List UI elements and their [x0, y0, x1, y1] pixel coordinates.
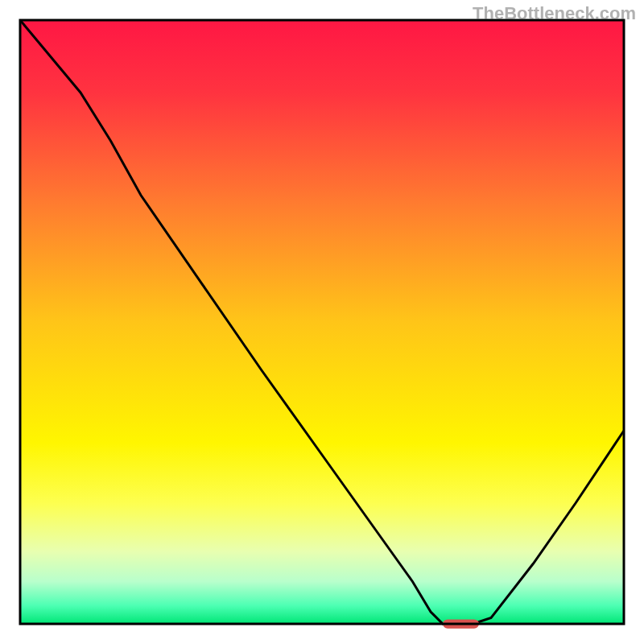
watermark-text: TheBottleneck.com [473, 3, 636, 24]
bottleneck-chart: TheBottleneck.com [0, 0, 644, 644]
chart-svg [0, 0, 644, 644]
gradient-background [20, 20, 624, 624]
